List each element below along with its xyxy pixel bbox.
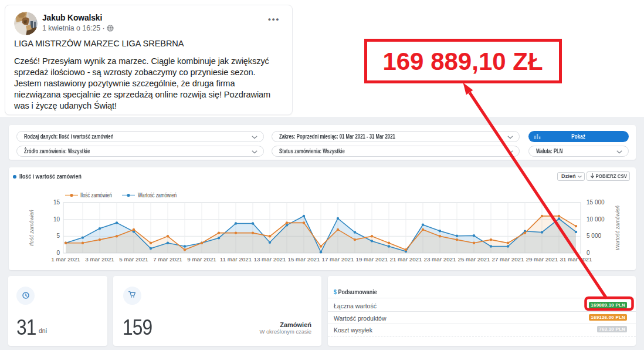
svg-text:169 889,10 ZŁ: 169 889,10 ZŁ [382, 48, 543, 75]
